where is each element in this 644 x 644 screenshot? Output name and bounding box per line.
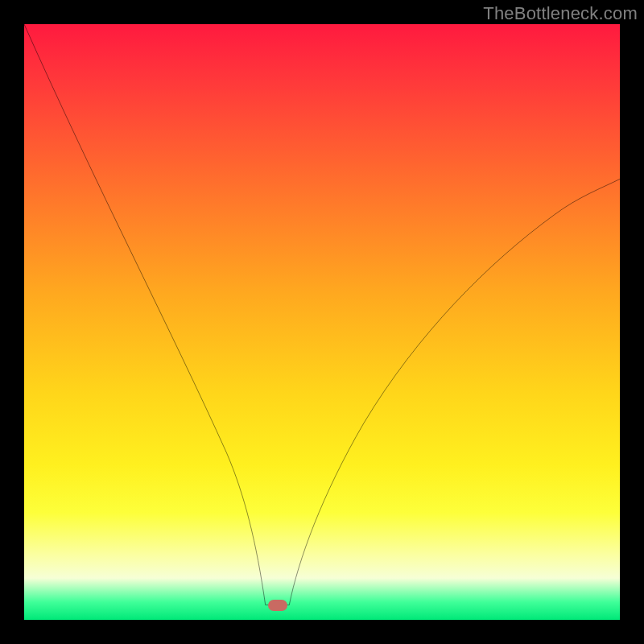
watermark-text: TheBottleneck.com bbox=[483, 3, 638, 24]
marker-dot bbox=[268, 600, 287, 611]
bottleneck-curve bbox=[24, 24, 620, 620]
plot-area bbox=[24, 24, 620, 620]
left-branch-path bbox=[24, 24, 266, 605]
chart-frame: TheBottleneck.com bbox=[0, 0, 644, 644]
right-branch-path bbox=[289, 179, 620, 605]
